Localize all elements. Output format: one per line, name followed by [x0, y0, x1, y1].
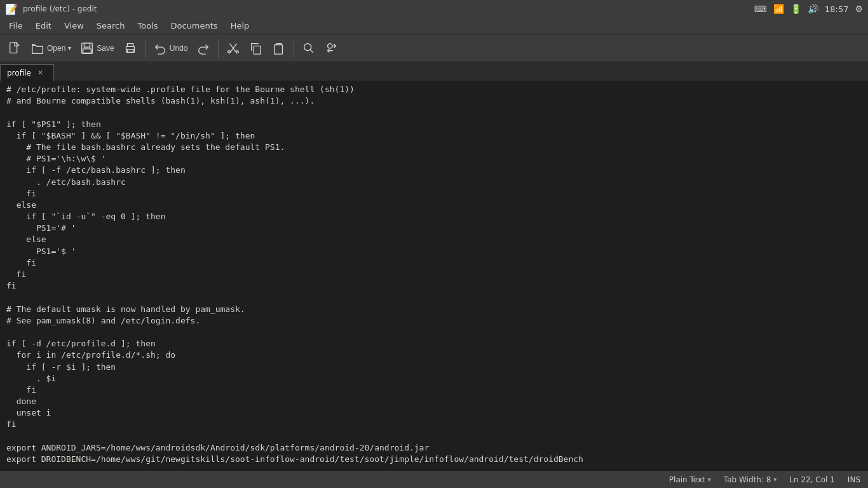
open-label: Open: [47, 44, 65, 53]
svg-point-7: [236, 50, 239, 53]
editor-text[interactable]: # /etc/profile: system-wide .profile fil…: [0, 81, 868, 468]
svg-rect-5: [127, 49, 133, 52]
battery-icon: 🔋: [790, 4, 801, 14]
tab-label: profile: [7, 69, 31, 78]
clock: 18:57: [825, 4, 848, 14]
editor[interactable]: # /etc/profile: system-wide .profile fil…: [0, 81, 868, 470]
svg-point-10: [304, 43, 311, 50]
save-button[interactable]: Save: [76, 39, 118, 58]
print-button[interactable]: [119, 39, 141, 58]
find-button[interactable]: [298, 39, 320, 58]
svg-rect-8: [254, 46, 261, 54]
open-button[interactable]: Open ▾: [27, 39, 75, 58]
new-icon: [8, 41, 22, 55]
menubar: File Edit View Search Tools Documents He…: [0, 18, 868, 34]
separator-2: [218, 39, 219, 58]
tabbar: profile ✕: [0, 62, 868, 81]
svg-rect-0: [10, 42, 17, 53]
tab-width-selector[interactable]: Tab Width: 8 ▾: [724, 475, 777, 484]
titlebar-left: 📝 profile (/etc) - gedit: [5, 3, 97, 15]
network-icon: 📶: [773, 4, 784, 14]
svg-rect-3: [83, 48, 92, 52]
undo-label: Undo: [170, 44, 188, 53]
save-label: Save: [97, 44, 114, 53]
titlebar-title: profile (/etc) - gedit: [23, 4, 97, 13]
titlebar: 📝 profile (/etc) - gedit ⌨ 📶 🔋 🔊 18:57 ⚙: [0, 0, 868, 18]
save-icon: [80, 41, 94, 55]
cursor-position: Ln 22, Col 1: [789, 475, 835, 484]
separator-1: [145, 39, 146, 58]
undo-button[interactable]: Undo: [149, 39, 192, 58]
insert-mode: INS: [848, 475, 860, 484]
tab-profile[interactable]: profile ✕: [0, 64, 54, 81]
language-selector[interactable]: Plain Text ▾: [669, 475, 711, 484]
menu-search[interactable]: Search: [90, 20, 132, 32]
paste-button[interactable]: [268, 39, 290, 58]
language-label: Plain Text: [669, 475, 705, 484]
svg-point-6: [228, 50, 231, 53]
insert-mode-label: INS: [848, 475, 860, 484]
toolbar: Open ▾ Save Undo: [0, 34, 868, 62]
statusbar: Plain Text ▾ Tab Width: 8 ▾ Ln 22, Col 1…: [0, 470, 868, 488]
titlebar-right: ⌨ 📶 🔋 🔊 18:57 ⚙: [754, 4, 863, 14]
svg-rect-2: [85, 43, 90, 46]
language-dropdown-arrow: ▾: [708, 476, 711, 483]
sound-icon: 🔊: [808, 4, 818, 14]
menu-documents[interactable]: Documents: [165, 20, 224, 32]
tab-width-dropdown-arrow: ▾: [773, 476, 776, 483]
replace-button[interactable]: [321, 39, 342, 58]
menu-tools[interactable]: Tools: [131, 20, 164, 32]
open-dropdown-arrow: ▾: [68, 44, 71, 51]
menu-view[interactable]: View: [58, 20, 90, 32]
cut-icon: [226, 41, 240, 55]
new-button[interactable]: [4, 39, 25, 58]
tab-width-label: Tab Width: 8: [724, 475, 771, 484]
settings-icon[interactable]: ⚙: [855, 4, 863, 14]
separator-3: [294, 39, 294, 58]
svg-point-11: [328, 43, 332, 48]
cut-button[interactable]: [222, 39, 244, 58]
redo-button[interactable]: [193, 39, 214, 58]
find-icon: [302, 41, 316, 55]
paste-icon: [272, 41, 286, 55]
tab-close-button[interactable]: ✕: [36, 69, 44, 77]
undo-icon: [153, 41, 167, 55]
menu-edit[interactable]: Edit: [29, 20, 58, 32]
copy-icon: [249, 41, 263, 55]
copy-button[interactable]: [245, 39, 267, 58]
menu-help[interactable]: Help: [224, 20, 256, 32]
menu-file[interactable]: File: [3, 20, 29, 32]
keyboard-icon: ⌨: [754, 4, 767, 14]
position-label: Ln 22, Col 1: [789, 475, 835, 484]
replace-icon: [325, 41, 339, 55]
print-icon: [123, 41, 137, 55]
svg-rect-9: [275, 44, 283, 54]
redo-icon: [196, 41, 210, 55]
open-icon: [31, 41, 44, 55]
app-icon: 📝: [5, 3, 18, 15]
